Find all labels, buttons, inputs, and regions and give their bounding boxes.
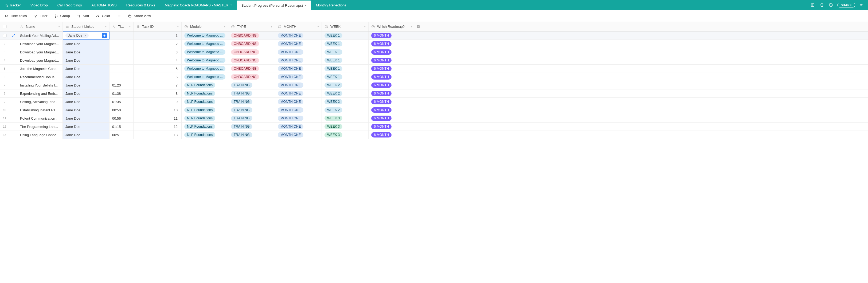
cell-name[interactable]: Potent Communication C... [18, 114, 63, 122]
cell-type[interactable]: TRAINING [228, 98, 275, 106]
tab-6[interactable]: Student Progress (Personal Roadmaps)▾ [237, 1, 311, 10]
cell-week[interactable]: WEEK 2 [322, 106, 369, 114]
row-number[interactable]: 2 [0, 40, 9, 48]
share-button[interactable]: SHARE [837, 3, 855, 7]
cell-checkbox[interactable] [415, 98, 421, 106]
column-header-month[interactable]: MONTH▾ [275, 22, 322, 31]
cell-time[interactable]: 00:51 [110, 131, 133, 139]
chevron-down-icon[interactable]: ▾ [224, 25, 225, 28]
row-number[interactable] [0, 32, 9, 39]
cell-checkbox[interactable] [415, 65, 421, 73]
cell-week[interactable]: WEEK 1 [322, 73, 369, 81]
column-header-task[interactable]: Task ID▾ [133, 22, 182, 31]
cell-roadmap[interactable]: 6 MONTH [369, 32, 415, 39]
people-icon[interactable] [859, 2, 864, 8]
cell-checkbox[interactable] [415, 40, 421, 48]
cell-name[interactable]: Using Language Conscio... [18, 131, 63, 139]
cell-checkbox[interactable] [415, 56, 421, 64]
cell-student[interactable]: Jane Doe [63, 131, 110, 139]
cell-checkbox[interactable] [415, 123, 421, 131]
cell-type[interactable]: ONBOARDING [228, 56, 275, 64]
expand-record-button[interactable] [9, 40, 18, 48]
linked-record-chip[interactable]: Jane Doe✕ [65, 33, 89, 38]
cell-time[interactable]: 01:15 [110, 123, 133, 131]
table-row[interactable]: 11Potent Communication C...Jane Doe00:56… [0, 114, 868, 123]
row-number[interactable]: 5 [0, 65, 9, 73]
chevron-down-icon[interactable]: ▾ [177, 25, 179, 28]
cell-module[interactable]: NLP Foundations [182, 114, 228, 122]
row-number[interactable]: 10 [0, 106, 9, 114]
filter-button[interactable]: Filter [31, 12, 50, 20]
cell-name[interactable]: Installing Your Beliefs for ... [18, 81, 63, 89]
cell-time[interactable] [110, 40, 133, 48]
cell-student[interactable]: Jane Doe [63, 56, 110, 64]
cell-month[interactable]: MONTH ONE [275, 131, 322, 139]
add-link-button[interactable]: + [102, 33, 107, 38]
tab-0[interactable]: ity Tracker [0, 0, 26, 10]
cell-week[interactable]: WEEK 2 [322, 81, 369, 89]
cell-week[interactable]: WEEK 1 [322, 56, 369, 64]
cell-week[interactable]: WEEK 2 [322, 98, 369, 106]
column-header-student[interactable]: Student Linked▾ [63, 22, 110, 31]
expand-record-button[interactable] [9, 89, 18, 97]
row-number[interactable]: 9 [0, 98, 9, 106]
cell-student[interactable]: Jane Doe [63, 123, 110, 131]
column-header-name[interactable]: Name▾ [18, 22, 63, 31]
cell-time[interactable]: 00:56 [110, 114, 133, 122]
cell-checkbox[interactable] [415, 81, 421, 89]
cell-month[interactable]: MONTH ONE [275, 89, 322, 97]
table-row[interactable]: 9Setting, Activating, and A...Jane Doe01… [0, 98, 868, 106]
cell-checkbox[interactable] [415, 114, 421, 122]
cell-time[interactable] [110, 56, 133, 64]
chevron-down-icon[interactable]: ▾ [230, 4, 232, 6]
cell-student[interactable]: Jane Doe [63, 40, 110, 48]
cell-module[interactable]: Welcome to Magnetic ... [182, 56, 228, 64]
history-icon[interactable] [828, 2, 834, 8]
cell-roadmap[interactable]: 6 MONTH [369, 106, 415, 114]
cell-type[interactable]: TRAINING [228, 131, 275, 139]
cell-module[interactable]: Welcome to Magnetic ... [182, 73, 228, 81]
add-tab-button[interactable] [810, 2, 815, 8]
cell-name[interactable]: The Programming Langua... [18, 123, 63, 131]
chevron-down-icon[interactable]: ▾ [305, 4, 306, 7]
cell-roadmap[interactable]: 6 MONTH [369, 65, 415, 73]
column-header-type[interactable]: TYPE▾ [228, 22, 275, 31]
row-number[interactable]: 11 [0, 114, 9, 122]
expand-record-button[interactable] [9, 106, 18, 114]
cell-name[interactable]: Recommended Bonus Tra... [18, 73, 63, 81]
cell-roadmap[interactable]: 6 MONTH [369, 131, 415, 139]
cell-roadmap[interactable]: 6 MONTH [369, 81, 415, 89]
expand-record-button[interactable] [9, 73, 18, 81]
cell-checkbox[interactable] [415, 73, 421, 81]
cell-roadmap[interactable]: 6 MONTH [369, 40, 415, 48]
cell-roadmap[interactable]: 6 MONTH [369, 123, 415, 131]
cell-month[interactable]: MONTH ONE [275, 106, 322, 114]
expand-record-button[interactable] [9, 32, 18, 39]
column-header-week[interactable]: WEEK▾ [322, 22, 369, 31]
cell-time[interactable]: 00:50 [110, 106, 133, 114]
cell-roadmap[interactable]: 6 MONTH [369, 114, 415, 122]
expand-record-button[interactable] [9, 56, 18, 64]
cell-month[interactable]: MONTH ONE [275, 48, 322, 56]
cell-module[interactable]: Welcome to Magnetic ... [182, 48, 228, 56]
cell-module[interactable]: NLP Foundations [182, 98, 228, 106]
cell-student[interactable]: Jane Doe [63, 114, 110, 122]
row-number[interactable]: 6 [0, 73, 9, 81]
cell-student[interactable]: Jane Doe [63, 89, 110, 97]
expand-record-button[interactable] [9, 98, 18, 106]
cell-roadmap[interactable]: 6 MONTH [369, 98, 415, 106]
cell-student[interactable]: Jane Doe [63, 73, 110, 81]
cell-task[interactable]: 7 [133, 81, 182, 89]
table-row[interactable]: 8Experiencing and Embod...Jane Doe01:388… [0, 89, 868, 98]
cell-week[interactable]: WEEK 3 [322, 114, 369, 122]
table-row[interactable]: 3Download your Magnetic ...Jane Doe3Welc… [0, 48, 868, 56]
chevron-down-icon[interactable]: ▾ [105, 25, 106, 28]
tab-3[interactable]: AUTOMATIONS [87, 0, 122, 10]
table-row[interactable]: 6Recommended Bonus Tra...Jane Doe6Welcom… [0, 73, 868, 81]
expand-record-button[interactable] [9, 81, 18, 89]
row-number[interactable]: 3 [0, 48, 9, 56]
cell-name[interactable]: Experiencing and Embod... [18, 89, 63, 97]
table-row[interactable]: Submit Your Mailing Addr...Jane Doe✕+1We… [0, 32, 868, 40]
expand-record-button[interactable] [9, 131, 18, 139]
cell-checkbox[interactable] [415, 89, 421, 97]
